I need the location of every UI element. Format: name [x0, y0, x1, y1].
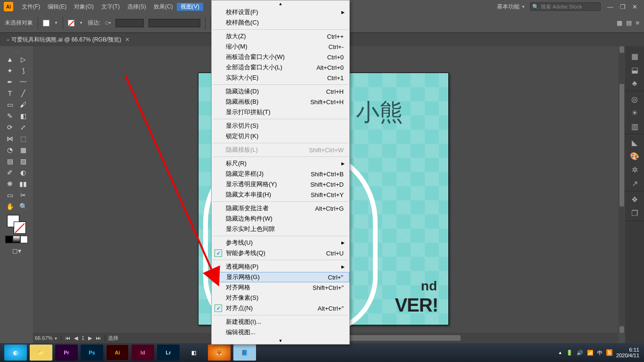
view-menu-item[interactable]: 全部适合窗口大小(L)Alt+Ctrl+0	[212, 62, 349, 73]
view-menu-item[interactable]: 标尺(R)	[212, 158, 349, 169]
view-menu-item[interactable]: ✓对齐点(N)Alt+Ctrl+"	[212, 303, 349, 313]
view-menu-item[interactable]: 参考线(U)	[212, 238, 349, 248]
view-menu-item[interactable]: 锁定切片(K)	[212, 131, 349, 141]
tray-volume-icon[interactable]: 🔊	[577, 350, 583, 356]
menu-file[interactable]: 文件(F)	[18, 3, 44, 11]
align-panel-icon[interactable]: ▤	[626, 19, 632, 26]
view-menu-item[interactable]: 编辑视图...	[212, 327, 349, 337]
color-guide-panel-icon[interactable]: ☀	[631, 108, 638, 117]
view-menu-item[interactable]: 画板适合窗口大小(W)Ctrl+0	[212, 52, 349, 62]
zoom-tool[interactable]: 🔍	[17, 201, 30, 212]
taskbar-app-icon[interactable]: ◧	[182, 345, 205, 361]
zoom-level[interactable]: 66.67% ▼	[33, 335, 61, 341]
chevron-down-icon[interactable]: ▼	[54, 21, 58, 25]
gradient-tool[interactable]: ▨	[17, 156, 30, 167]
color-mode-normal[interactable]	[5, 236, 13, 243]
menu-type[interactable]: 文字(T)	[98, 3, 124, 11]
shaper-tool[interactable]: ✎	[3, 110, 17, 122]
taskbar-clock[interactable]: 6:11 2020/4/11	[616, 347, 639, 358]
view-menu-item[interactable]: 缩小(M)Ctrl+-	[212, 41, 349, 52]
view-menu-item[interactable]: 透视网格(P)	[212, 262, 349, 272]
view-menu-item[interactable]: 对齐像素(S)	[212, 293, 349, 303]
view-menu-item[interactable]: 显示网格(G)Ctrl+"	[212, 272, 349, 282]
tray-sogou-icon[interactable]: S	[606, 349, 612, 356]
swatches-panel-icon[interactable]: ▥	[631, 122, 638, 131]
eraser-tool[interactable]: ◧	[17, 110, 30, 122]
taskbar-explorer-icon[interactable]: 📁	[30, 345, 52, 361]
scroll-button-up[interactable]	[619, 46, 624, 53]
vertical-scroll-thumb[interactable]	[619, 84, 624, 206]
next-artboard-icon[interactable]: ▶	[87, 335, 93, 341]
paintbrush-tool[interactable]: 🖌	[17, 99, 30, 110]
taskbar-indesign-icon[interactable]: Id	[132, 345, 154, 361]
view-menu-item[interactable]: 隐藏边角构件(W)	[212, 214, 349, 224]
workspace-switcher[interactable]: 基本功能 ▼	[492, 3, 530, 11]
brush-definition[interactable]	[149, 19, 200, 27]
rotate-tool[interactable]: ⟳	[3, 122, 17, 133]
view-menu-item[interactable]: 显示实时上色间隙	[212, 224, 349, 234]
color-mode-gradient[interactable]	[13, 236, 20, 243]
direct-selection-tool[interactable]: ▷	[17, 54, 30, 65]
tray-ime-icon[interactable]: 中	[597, 349, 603, 356]
view-menu-item[interactable]: 隐藏边缘(D)Ctrl+H	[212, 86, 349, 97]
symbols-panel-icon[interactable]: 🎨	[630, 152, 639, 161]
scroll-button-down[interactable]	[619, 326, 624, 333]
view-menu-item[interactable]: 对齐网格Shift+Ctrl+"	[212, 282, 349, 293]
search-adobe-stock[interactable]: 🔍 搜索 Adobe Stock	[530, 2, 601, 11]
eyedropper-tool[interactable]: ✐	[3, 167, 17, 178]
fill-stroke-control[interactable]	[7, 215, 26, 234]
tray-overflow-icon[interactable]: ▲	[558, 350, 562, 355]
symbol-sprayer-tool[interactable]: ❋	[3, 178, 17, 189]
artboard-navigation[interactable]: ⏮ ◀ 1 ▶ ⏭	[61, 335, 105, 341]
magic-wand-tool[interactable]: ✦	[3, 65, 17, 76]
menu-edit[interactable]: 编辑(E)	[44, 3, 70, 11]
view-menu-item[interactable]: 新建视图(I)...	[212, 317, 349, 327]
libraries-panel-icon[interactable]: ⬓	[631, 66, 638, 74]
view-menu-item[interactable]: 显示透明度网格(Y)Shift+Ctrl+D	[212, 179, 349, 189]
maximize-icon[interactable]: ❐	[620, 3, 626, 10]
layers-panel-icon[interactable]: ❖	[631, 195, 638, 204]
panel-menu-icon[interactable]: ≡	[636, 19, 639, 26]
view-menu-item[interactable]: ✓智能参考线(Q)Ctrl+U	[212, 248, 349, 258]
width-tool[interactable]: ⋈	[3, 133, 17, 144]
properties-panel-icon[interactable]: ▦	[631, 52, 638, 61]
view-menu-item[interactable]: 校样设置(F)	[212, 7, 349, 17]
doc-tab-handle-icon[interactable]: »	[7, 37, 9, 42]
lasso-tool[interactable]: ⟆	[17, 65, 30, 76]
close-icon[interactable]: ✕	[632, 3, 637, 10]
perspective-grid-tool[interactable]: ▦	[17, 144, 30, 156]
taskbar-lightroom-icon[interactable]: Lr	[157, 345, 180, 361]
brushes-panel-icon[interactable]: ◣	[632, 138, 637, 147]
menu-select[interactable]: 选择(S)	[124, 3, 150, 11]
chevron-down-icon[interactable]: ▼	[79, 21, 83, 25]
view-menu-item[interactable]: 隐藏定界框(J)Shift+Ctrl+B	[212, 169, 349, 179]
view-menu-item[interactable]: 显示打印拼贴(T)	[212, 107, 349, 117]
selection-tool[interactable]: ▲	[3, 54, 17, 65]
scale-tool[interactable]: ⤢	[17, 122, 30, 133]
taskbar-notes-icon[interactable]: 📘	[233, 345, 256, 361]
first-artboard-icon[interactable]: ⏮	[64, 335, 71, 341]
prev-artboard-icon[interactable]: ◀	[73, 335, 79, 341]
blend-tool[interactable]: ◐	[17, 167, 30, 178]
cc-panel-icon[interactable]: ◎	[631, 95, 638, 104]
last-artboard-icon[interactable]: ⏭	[95, 335, 102, 341]
taskbar-browser-icon[interactable]: ◐	[4, 345, 27, 361]
screen-mode-icon[interactable]: ◻▾	[12, 247, 21, 255]
stroke-color-icon[interactable]	[14, 222, 26, 234]
close-tab-icon[interactable]: ✕	[125, 36, 130, 43]
transform-panel-icon[interactable]: ▦	[617, 19, 622, 26]
fill-swatch[interactable]	[43, 20, 50, 26]
artboard-tool[interactable]: ▭	[3, 189, 17, 201]
tray-network-icon[interactable]: 📶	[587, 350, 594, 356]
taskbar-illustrator-icon[interactable]: Ai	[106, 345, 129, 361]
view-menu-item[interactable]: 放大(Z)Ctrl++	[212, 31, 349, 41]
view-menu-item[interactable]: 实际大小(E)Ctrl+1	[212, 73, 349, 83]
minimize-icon[interactable]: —	[607, 3, 613, 10]
free-transform-tool[interactable]: ⬚	[17, 133, 30, 144]
taskbar-photoshop-icon[interactable]: Ps	[81, 345, 103, 361]
tray-battery-icon[interactable]: 🔋	[566, 350, 573, 356]
vertical-scrollbar[interactable]	[619, 46, 625, 333]
shape-builder-tool[interactable]: ◔	[3, 144, 17, 156]
view-menu-item[interactable]: 显示切片(S)	[212, 121, 349, 131]
menu-scroll-up-icon[interactable]: ▲	[212, 0, 349, 7]
